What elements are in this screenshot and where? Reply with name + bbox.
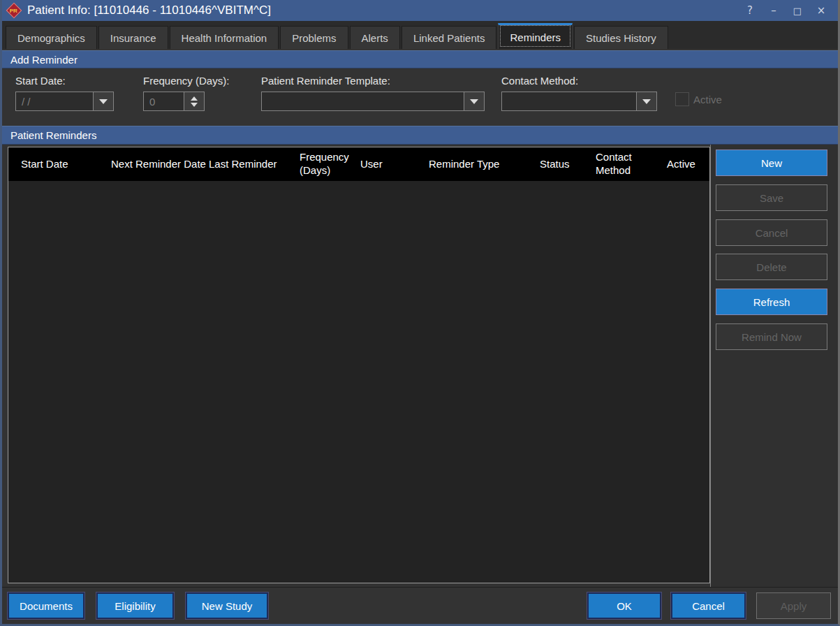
minimize-icon[interactable]: – <box>762 1 786 20</box>
spin-down-icon <box>191 103 198 107</box>
app-icon-label: PR <box>10 8 17 14</box>
window-title: Patient Info: [11010446 - 11010446^VBITM… <box>27 3 738 17</box>
frequency-stepper[interactable]: 0 <box>143 92 205 111</box>
active-checkbox[interactable] <box>675 92 689 106</box>
column-header-start-date[interactable]: Start Date <box>8 147 111 181</box>
template-label: Patient Reminder Template: <box>261 75 390 87</box>
column-header-next-reminder-date[interactable]: Next Reminder Date <box>111 147 209 181</box>
contact-method-value[interactable] <box>502 92 636 110</box>
patient-reminders-section-header: Patient Reminders <box>2 126 838 145</box>
refresh-button[interactable]: Refresh <box>716 289 827 315</box>
frequency-spin-buttons[interactable] <box>184 92 204 110</box>
cancel-button[interactable]: Cancel <box>671 592 746 619</box>
ok-button[interactable]: OK <box>587 592 661 619</box>
eligibility-button[interactable]: Eligibility <box>96 592 174 619</box>
delete-button[interactable]: Delete <box>716 254 827 280</box>
column-header-reminder-type[interactable]: Reminder Type <box>429 147 540 181</box>
active-checkbox-label: Active <box>693 94 722 105</box>
column-header-frequency[interactable]: Frequency (Days) <box>300 147 360 181</box>
tab-insurance[interactable]: Insurance <box>98 26 168 49</box>
start-date-picker[interactable]: / / <box>15 92 114 111</box>
contact-method-label: Contact Method: <box>501 75 578 87</box>
spin-up-icon <box>191 96 198 101</box>
close-icon[interactable]: × <box>809 1 833 20</box>
save-button[interactable]: Save <box>716 184 827 211</box>
column-header-user[interactable]: User <box>360 147 429 181</box>
documents-button[interactable]: Documents <box>8 592 84 619</box>
contact-method-select[interactable] <box>501 92 657 111</box>
frequency-label: Frequency (Days): <box>143 75 229 87</box>
footer-bar: Documents Eligibility New Study OK Cance… <box>2 587 838 624</box>
chevron-down-icon <box>470 99 478 104</box>
tab-bar: Demographics Insurance Health Informatio… <box>2 21 838 49</box>
reminder-template-value[interactable] <box>262 92 464 110</box>
tab-linked-patients[interactable]: Linked Patients <box>401 26 497 49</box>
patient-info-window: PR Patient Info: [11010446 - 11010446^VB… <box>0 0 840 626</box>
tab-studies-history[interactable]: Studies History <box>574 26 668 49</box>
chevron-down-icon <box>642 99 651 104</box>
tab-health-information[interactable]: Health Information <box>170 26 279 49</box>
reminder-actions-panel: New Save Cancel Delete Refresh Remind No… <box>710 145 838 587</box>
start-date-dropdown-button[interactable] <box>93 92 113 110</box>
new-study-button[interactable]: New Study <box>186 592 268 619</box>
reminder-template-dropdown-button[interactable] <box>464 92 484 110</box>
start-date-value[interactable]: / / <box>16 92 93 110</box>
column-header-active[interactable]: Active <box>667 147 705 181</box>
maximize-icon[interactable]: □ <box>786 1 809 20</box>
window-controls: ? – □ × <box>738 1 833 20</box>
cancel-edit-button[interactable]: Cancel <box>716 219 827 246</box>
add-reminder-form: Start Date: Frequency (Days): Patient Re… <box>2 68 838 126</box>
tab-alerts[interactable]: Alerts <box>350 26 400 49</box>
active-checkbox-row: Active <box>675 92 722 106</box>
tab-demographics[interactable]: Demographics <box>6 26 97 49</box>
frequency-value[interactable]: 0 <box>144 92 184 110</box>
table-body-empty[interactable] <box>8 181 709 583</box>
column-header-contact-method[interactable]: Contact Method <box>596 147 667 181</box>
tab-reminders[interactable]: Reminders <box>498 23 573 49</box>
app-icon: PR <box>6 3 22 19</box>
tab-problems[interactable]: Problems <box>280 26 348 49</box>
new-button[interactable]: New <box>716 150 827 176</box>
reminder-template-select[interactable] <box>261 92 485 111</box>
help-icon[interactable]: ? <box>738 1 762 20</box>
remind-now-button[interactable]: Remind Now <box>716 323 827 350</box>
table-header-row: Start Date Next Reminder Date Last Remin… <box>8 147 709 181</box>
column-header-status[interactable]: Status <box>540 147 596 181</box>
apply-button[interactable]: Apply <box>756 592 831 619</box>
titlebar[interactable]: PR Patient Info: [11010446 - 11010446^VB… <box>0 0 840 21</box>
chevron-down-icon <box>99 99 108 104</box>
contact-method-dropdown-button[interactable] <box>636 92 656 110</box>
start-date-label: Start Date: <box>15 75 66 87</box>
patient-reminders-table: Start Date Next Reminder Date Last Remin… <box>8 147 710 583</box>
add-reminder-section-header: Add Reminder <box>2 50 838 68</box>
column-header-last-reminder[interactable]: Last Reminder <box>209 147 300 181</box>
